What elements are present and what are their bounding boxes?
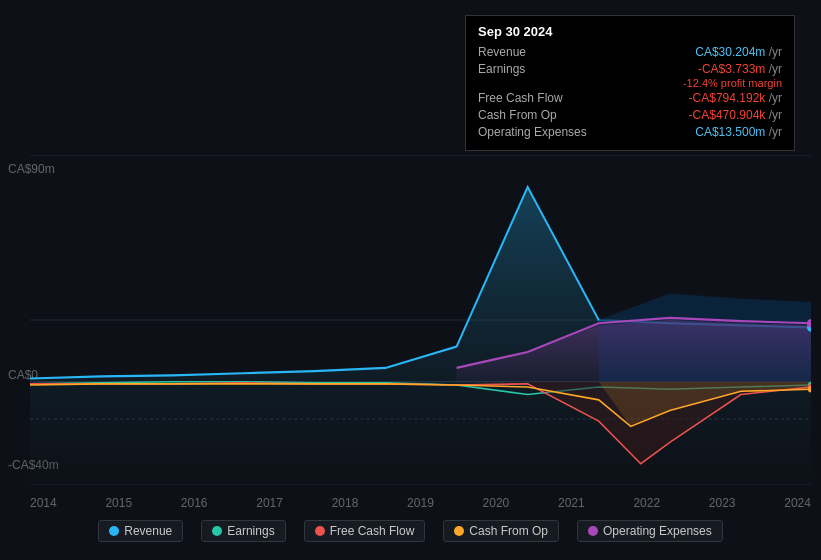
tooltip-fcf: Free Cash Flow -CA$794.192k /yr xyxy=(478,91,782,105)
tooltip-earnings: Earnings -CA$3.733m /yr xyxy=(478,62,782,76)
legend-label-opex: Operating Expenses xyxy=(603,524,712,538)
x-label-2015: 2015 xyxy=(105,496,132,510)
x-label-2016: 2016 xyxy=(181,496,208,510)
tooltip-cashfromop: Cash From Op -CA$470.904k /yr xyxy=(478,108,782,122)
tooltip-opex: Operating Expenses CA$13.500m /yr xyxy=(478,125,782,139)
x-label-2017: 2017 xyxy=(256,496,283,510)
x-label-2018: 2018 xyxy=(332,496,359,510)
x-label-2023: 2023 xyxy=(709,496,736,510)
legend-dot-opex xyxy=(588,526,598,536)
x-label-2014: 2014 xyxy=(30,496,57,510)
legend-dot-earnings xyxy=(212,526,222,536)
tooltip-profit-margin: -12.4% profit margin xyxy=(478,77,782,89)
x-label-2021: 2021 xyxy=(558,496,585,510)
chart-svg xyxy=(30,155,811,485)
chart-container: Sep 30 2024 Revenue CA$30.204m /yr Earni… xyxy=(0,0,821,560)
legend-dot-cashfromop xyxy=(454,526,464,536)
tooltip-revenue: Revenue CA$30.204m /yr xyxy=(478,45,782,59)
legend-label-revenue: Revenue xyxy=(124,524,172,538)
legend-revenue[interactable]: Revenue xyxy=(98,520,183,542)
legend: Revenue Earnings Free Cash Flow Cash Fro… xyxy=(0,520,821,542)
tooltip-date: Sep 30 2024 xyxy=(478,24,782,39)
x-label-2019: 2019 xyxy=(407,496,434,510)
tooltip-box: Sep 30 2024 Revenue CA$30.204m /yr Earni… xyxy=(465,15,795,151)
legend-label-cashfromop: Cash From Op xyxy=(469,524,548,538)
legend-label-fcf: Free Cash Flow xyxy=(330,524,415,538)
legend-cashfromop[interactable]: Cash From Op xyxy=(443,520,559,542)
legend-dot-fcf xyxy=(315,526,325,536)
x-label-2022: 2022 xyxy=(633,496,660,510)
legend-opex[interactable]: Operating Expenses xyxy=(577,520,723,542)
x-label-2024: 2024 xyxy=(784,496,811,510)
chart-area xyxy=(30,155,811,485)
legend-fcf[interactable]: Free Cash Flow xyxy=(304,520,426,542)
legend-earnings[interactable]: Earnings xyxy=(201,520,285,542)
x-axis: 2014 2015 2016 2017 2018 2019 2020 2021 … xyxy=(30,496,811,510)
x-label-2020: 2020 xyxy=(483,496,510,510)
legend-label-earnings: Earnings xyxy=(227,524,274,538)
legend-dot-revenue xyxy=(109,526,119,536)
